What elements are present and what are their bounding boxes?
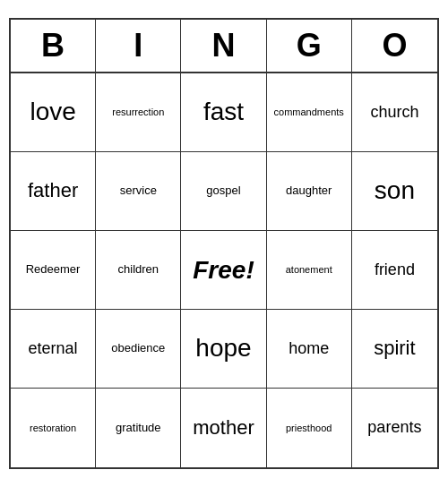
- bingo-cell: children: [96, 231, 181, 310]
- header-letter: G: [267, 20, 352, 72]
- bingo-cell: hope: [181, 310, 266, 389]
- cell-text: home: [289, 340, 329, 358]
- cell-text: church: [370, 104, 418, 122]
- bingo-cell: mother: [181, 389, 266, 467]
- cell-text: love: [30, 98, 75, 126]
- bingo-cell: obedience: [96, 310, 181, 389]
- bingo-cell: church: [352, 73, 437, 152]
- bingo-cell: love: [11, 73, 96, 152]
- bingo-grid: loveresurrectionfastcommandmentschurchfa…: [11, 73, 437, 467]
- header-letter: B: [11, 20, 96, 72]
- cell-text: mother: [193, 417, 254, 439]
- bingo-cell: resurrection: [96, 73, 181, 152]
- cell-text: Free!: [193, 256, 254, 285]
- bingo-cell: parents: [352, 389, 437, 467]
- bingo-cell: friend: [352, 231, 437, 310]
- bingo-cell: eternal: [11, 310, 96, 389]
- cell-text: Redeemer: [26, 263, 81, 276]
- cell-text: gospel: [206, 184, 240, 197]
- cell-text: priesthood: [286, 423, 332, 433]
- bingo-card: BINGO loveresurrectionfastcommandmentsch…: [9, 18, 439, 469]
- cell-text: gratitude: [116, 422, 161, 434]
- bingo-cell: Free!: [181, 231, 266, 310]
- bingo-cell: fast: [181, 73, 266, 152]
- bingo-cell: priesthood: [267, 389, 352, 467]
- bingo-cell: son: [352, 152, 437, 231]
- cell-text: friend: [375, 261, 415, 279]
- bingo-cell: service: [96, 152, 181, 231]
- cell-text: resurrection: [112, 107, 164, 117]
- bingo-cell: spirit: [352, 310, 437, 389]
- cell-text: eternal: [29, 340, 78, 358]
- cell-text: fast: [203, 98, 244, 126]
- cell-text: children: [118, 263, 159, 276]
- bingo-cell: commandments: [267, 73, 352, 152]
- cell-text: spirit: [374, 337, 415, 359]
- cell-text: father: [28, 180, 78, 201]
- bingo-cell: daughter: [267, 152, 352, 231]
- bingo-cell: gratitude: [96, 389, 181, 467]
- cell-text: son: [375, 177, 415, 205]
- bingo-cell: father: [11, 152, 96, 231]
- header-letter: I: [96, 20, 181, 72]
- bingo-cell: gospel: [181, 152, 266, 231]
- cell-text: atonement: [286, 264, 332, 275]
- cell-text: obedience: [111, 342, 165, 355]
- bingo-cell: restoration: [11, 389, 96, 467]
- bingo-cell: Redeemer: [11, 231, 96, 310]
- header-letter: O: [352, 20, 437, 72]
- cell-text: restoration: [30, 423, 76, 433]
- cell-text: hope: [195, 335, 251, 363]
- cell-text: service: [120, 184, 157, 197]
- header-letter: N: [181, 20, 266, 72]
- cell-text: daughter: [286, 184, 332, 197]
- bingo-header: BINGO: [11, 20, 437, 73]
- cell-text: parents: [367, 419, 421, 437]
- bingo-cell: atonement: [267, 231, 352, 310]
- cell-text: commandments: [274, 107, 344, 117]
- bingo-cell: home: [267, 310, 352, 389]
